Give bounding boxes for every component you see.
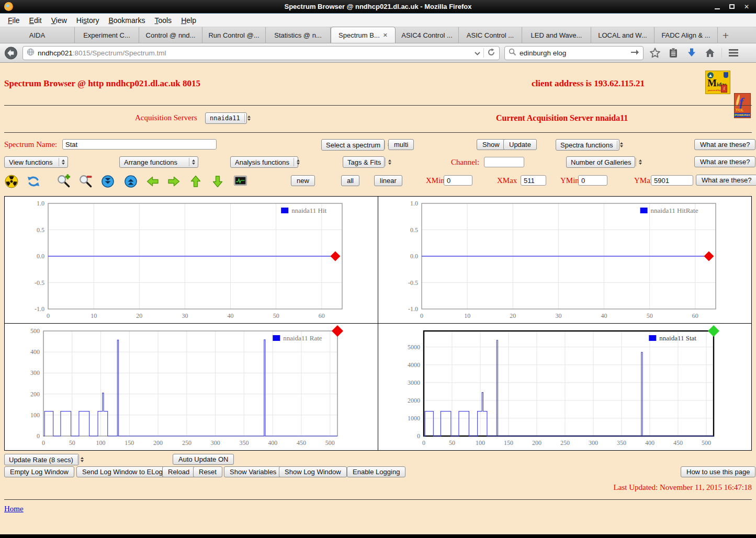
multi-button[interactable]: multi — [388, 139, 414, 150]
move-right-icon[interactable] — [166, 174, 180, 188]
ymax-input[interactable] — [651, 175, 693, 186]
xmax-input[interactable] — [521, 175, 546, 186]
tags-fits-select[interactable]: Tags & Fits — [343, 156, 385, 168]
tab-label: LED and Wave... — [531, 31, 582, 39]
bookmarks-list-icon[interactable] — [667, 48, 680, 59]
enable-logging-button[interactable]: Enable Logging — [347, 466, 405, 477]
browser-tab-10[interactable]: LOCAL and W... — [591, 27, 655, 43]
menu-tools[interactable]: Tools — [150, 15, 176, 26]
display-icon[interactable] — [233, 174, 247, 188]
refresh-icon[interactable] — [26, 174, 40, 188]
svg-text:5000: 5000 — [408, 344, 420, 351]
reset-button[interactable]: Reset — [193, 466, 222, 477]
browser-tab-7[interactable]: ASIC4 Control ... — [396, 27, 459, 43]
show-variables-button[interactable]: Show Variables — [224, 466, 282, 477]
spectrum-name-input[interactable] — [62, 139, 217, 150]
maximize-button[interactable] — [726, 2, 738, 12]
svg-text:450: 450 — [297, 439, 306, 447]
tab-label: AIDA — [29, 31, 45, 39]
what-are-these-button-1[interactable]: What are these? — [694, 139, 755, 150]
spectra-functions-select[interactable]: Spectra functions — [556, 139, 619, 151]
browser-tab-6[interactable]: Spectrum B...✕ — [331, 27, 396, 43]
empty-log-window-button[interactable]: Empty Log Window — [4, 466, 74, 477]
search-input[interactable]: edinburgh elog — [504, 46, 644, 60]
analysis-functions-select[interactable]: Analysis functions — [230, 156, 298, 168]
how-to-use-button[interactable]: How to use this page — [681, 466, 755, 477]
update-button[interactable]: Update — [503, 139, 537, 150]
move-down-icon[interactable] — [210, 174, 224, 188]
ymin-input[interactable] — [578, 175, 607, 186]
view-functions-select[interactable]: View functions — [4, 156, 68, 168]
linear-button[interactable]: linear — [374, 175, 402, 186]
browser-tab-2[interactable]: Experiment C... — [75, 27, 139, 43]
compress-y-icon[interactable] — [100, 174, 115, 188]
search-value: edinburgh elog — [520, 49, 566, 57]
send-log-window-to-elog-button[interactable]: Send Log Window to ELog — [76, 466, 168, 477]
tab-close-icon[interactable]: ✕ — [383, 32, 388, 39]
channel-input[interactable] — [484, 157, 524, 167]
radiation-icon[interactable] — [4, 174, 18, 188]
icon-toolbar — [4, 174, 266, 189]
acquisition-server-select[interactable]: nnaida11 — [205, 112, 247, 124]
browser-tab-5[interactable]: Statistics @ n... — [266, 27, 331, 43]
what-are-these-button-3[interactable]: What are these? — [696, 175, 756, 186]
browser-tab-3[interactable]: Control @ nnd... — [139, 27, 202, 43]
menu-file[interactable]: File — [3, 15, 25, 26]
xmin-input[interactable] — [444, 175, 472, 186]
move-left-icon[interactable] — [145, 174, 160, 188]
all-button[interactable]: all — [341, 175, 359, 186]
bookmark-star-icon[interactable] — [648, 47, 662, 59]
legend-label: nnaida11 Hit — [291, 207, 326, 214]
show-button[interactable]: Show — [477, 139, 505, 150]
select-spectrum-select[interactable]: Select a spectrum — [321, 139, 385, 151]
url-bar[interactable]: nndhcp021:8015/Spectrum/Spectrum.tml — [22, 46, 500, 60]
svg-text:200: 200 — [532, 439, 541, 447]
zoom-in-icon[interactable] — [57, 174, 71, 188]
downloads-icon[interactable] — [685, 47, 698, 59]
menu-bookmarks[interactable]: Bookmarks — [104, 15, 150, 26]
legend-swatch — [649, 335, 656, 341]
select-arrows-icon — [636, 158, 642, 166]
browser-tab-11[interactable]: FADC Align & ... — [655, 27, 718, 43]
show-log-window-button[interactable]: Show Log Window — [279, 466, 347, 477]
page-title: Spectrum Browser @ http nndhcp021.dl.ac.… — [4, 78, 200, 89]
reload-icon[interactable] — [487, 48, 495, 58]
move-up-icon[interactable] — [188, 174, 202, 188]
legend-label: nnaida11 Stat — [659, 334, 696, 342]
zoom-out-icon[interactable] — [78, 174, 93, 188]
url-dropdown-icon[interactable] — [475, 49, 480, 57]
back-button[interactable] — [4, 46, 18, 60]
menu-view[interactable]: View — [47, 15, 72, 26]
stat-chart: 0501001502002503003504004505000100020003… — [378, 324, 751, 450]
tab-label: Statistics @ n... — [274, 31, 322, 39]
update-rate-select[interactable]: Update Rate (8 secs) — [4, 454, 79, 465]
chart-panel-rate: 0501001502002503003504004505000100200300… — [5, 324, 378, 450]
menu-edit[interactable]: Edit — [25, 15, 47, 26]
arrange-functions-select[interactable]: Arrange functions — [119, 156, 198, 168]
reload-button[interactable]: Reload — [162, 466, 195, 477]
new-button[interactable]: new — [291, 175, 315, 186]
svg-text:3000: 3000 — [408, 379, 420, 386]
legend-swatch — [273, 335, 280, 341]
browser-tab-1[interactable]: AIDA — [0, 27, 75, 43]
auto-update-button[interactable]: Auto Update ON — [173, 454, 234, 465]
hamburger-menu-icon[interactable] — [727, 49, 740, 57]
what-are-these-button-2[interactable]: What are these? — [694, 156, 755, 167]
rate-chart: 0501001502002503003504004505000100200300… — [5, 324, 378, 450]
browser-tab-9[interactable]: LED and Wave... — [522, 27, 591, 43]
tab-label: Spectrum B... — [338, 31, 380, 39]
menu-history[interactable]: History — [72, 15, 104, 26]
menu-help[interactable]: Help — [176, 15, 201, 26]
new-tab-button[interactable]: + — [718, 28, 734, 43]
close-button[interactable]: ✕ — [740, 2, 753, 12]
log-buttons-row: Empty Log WindowSend Log Window to ELogR… — [0, 466, 756, 479]
search-go-icon[interactable] — [630, 49, 639, 58]
home-icon[interactable] — [703, 47, 717, 59]
minimize-button[interactable] — [711, 2, 724, 12]
browser-tab-8[interactable]: ASIC Control ... — [459, 27, 522, 43]
number-of-galleries-select[interactable]: Number of Galleries — [566, 156, 635, 168]
browser-tab-4[interactable]: Run Control @... — [202, 27, 266, 43]
svg-text:-0.5: -0.5 — [408, 279, 418, 287]
expand-y-icon[interactable] — [123, 174, 138, 188]
home-link[interactable]: Home — [4, 505, 24, 513]
